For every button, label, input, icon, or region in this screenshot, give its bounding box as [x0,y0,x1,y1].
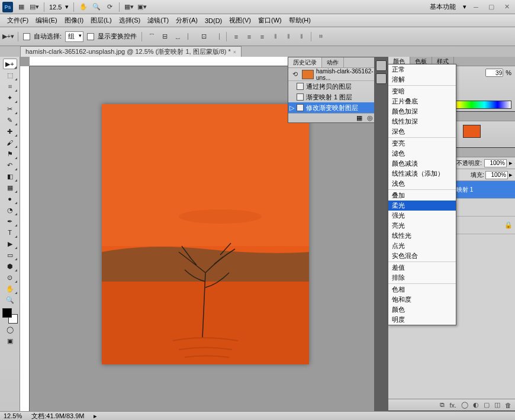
document-tab[interactable]: hamish-clark-365162-unsplash.jpg @ 12.5%… [20,46,242,57]
3d-tool[interactable]: ⬢ [3,261,17,272]
history-tab[interactable]: 历史记录 [288,57,322,67]
crop-tool[interactable]: ✂ [3,104,17,114]
stamp-tool[interactable]: ⚑ [3,148,17,159]
opacity-value-input[interactable] [485,69,503,77]
eyedropper-tool[interactable]: ✎ [3,115,17,125]
swatch-orange[interactable] [463,125,481,138]
blend-mode-option[interactable]: 点光 [388,241,456,251]
layer-mask-icon[interactable]: ◯ [461,401,468,409]
blend-mode-option[interactable]: 线性加深 [388,117,456,127]
blend-mode-option[interactable]: 明度 [388,315,456,325]
shape-tool[interactable]: ▭ [3,250,17,260]
history-item[interactable]: 渐变映射 1 图层 [288,92,374,102]
blend-mode-option[interactable]: 颜色 [388,305,456,315]
align-right-icon[interactable]: ⎹ [212,32,221,41]
lasso-tool[interactable]: ⌗ [3,81,17,92]
blend-mode-option[interactable]: 溶解 [388,75,456,85]
align-top-icon[interactable]: ⎴ [147,32,156,41]
screen-mode-tool-icon[interactable]: ▣ [3,335,17,346]
menu-file[interactable]: 文件(F) [4,14,32,27]
blend-mode-option[interactable]: 饱和度 [388,295,456,305]
menu-edit[interactable]: 编辑(E) [32,14,61,27]
auto-align-icon[interactable]: ⌗ [316,32,326,41]
zoom-icon[interactable]: 🔍 [92,2,101,12]
align-vcenter-icon[interactable]: ⊟ [160,32,169,41]
dist-vcenter-icon[interactable]: ≡ [244,32,254,41]
blend-mode-option[interactable]: 实色混合 [388,251,456,261]
dock-btn-1[interactable] [376,60,387,71]
dist-hcenter-icon[interactable]: ⦀ [284,32,293,41]
fg-bg-color[interactable] [2,308,18,324]
layer-fx-icon[interactable]: fx. [449,402,456,409]
chevron-right-icon[interactable]: ▸ [509,171,513,179]
adjustment-layer-icon[interactable]: ◐ [473,401,479,409]
mini-bridge-icon[interactable]: ▤▾ [30,2,39,12]
eraser-tool[interactable]: ◧ [3,171,17,182]
link-layers-icon[interactable]: ⧉ [440,401,445,409]
dist-right-icon[interactable]: ⦀ [297,32,306,41]
history-brush-tool[interactable]: ↶ [3,160,17,170]
align-left-icon[interactable]: ⎸ [186,32,195,41]
dist-left-icon[interactable]: ⦀ [271,32,280,41]
actions-tab[interactable]: 动作 [322,57,344,67]
new-snapshot-icon[interactable]: ◎ [367,114,373,122]
history-item[interactable]: 通过拷贝的图层 [288,81,374,92]
arrange-icon[interactable]: ▦▾ [124,2,134,12]
delete-layer-icon[interactable]: 🗑 [505,402,511,409]
zoom-tool[interactable]: 🔍 [3,295,17,305]
blend-mode-option[interactable]: 线性光 [388,231,456,241]
new-layer-icon[interactable]: ◫ [494,401,500,409]
blend-mode-option[interactable]: 柔光 [388,201,456,211]
group-icon[interactable]: ▢ [484,401,490,409]
layer-opacity-input[interactable]: 100% [484,159,507,167]
document-canvas[interactable] [102,104,309,364]
pen-tool[interactable]: ✒ [3,216,17,227]
blend-mode-option[interactable]: 强光 [388,211,456,221]
healing-tool[interactable]: ✚ [3,126,17,137]
dist-top-icon[interactable]: ≡ [231,32,241,41]
3d-camera-tool[interactable]: ⊙ [3,272,17,283]
dodge-tool[interactable]: ◔ [3,205,17,215]
blend-mode-option[interactable]: 亮光 [388,221,456,231]
quick-mask-icon[interactable]: ◯ [3,324,17,335]
close-icon[interactable]: ✕ [501,3,513,11]
dock-btn-2[interactable] [376,73,387,84]
status-zoom[interactable]: 12.5% [4,412,22,419]
marquee-tool[interactable]: ⬚ [3,70,17,80]
align-hcenter-icon[interactable]: ⊡ [199,32,208,41]
blend-mode-option[interactable]: 正片叠底 [388,96,456,106]
blend-mode-option[interactable]: 线性减淡（添加） [388,169,456,179]
blend-mode-option[interactable]: 变亮 [388,138,456,148]
blend-mode-option[interactable]: 正常 [388,64,456,75]
menu-image[interactable]: 图像(I) [61,14,87,27]
blend-mode-option[interactable]: 变暗 [388,86,456,96]
status-chevron-icon[interactable]: ▸ [94,412,97,420]
brush-tool[interactable]: 🖌 [3,137,17,148]
chevron-right-icon[interactable]: ▸ [509,159,513,167]
blend-mode-option[interactable]: 滤色 [388,148,456,159]
history-item[interactable]: ▷修改渐变映射图层 [288,102,374,113]
blend-mode-option[interactable]: 颜色加深 [388,106,456,117]
auto-select-checkbox[interactable] [23,33,30,40]
blend-mode-option[interactable]: 深色 [388,127,456,137]
magic-wand-tool[interactable]: ✦ [3,92,17,103]
blend-mode-option[interactable]: 颜色减淡 [388,159,456,169]
menu-filter[interactable]: 滤镜(T) [144,14,172,27]
path-select-tool[interactable]: ▶ [3,238,17,249]
menu-view[interactable]: 视图(V) [226,14,255,27]
fill-opacity-input[interactable]: 100% [485,171,508,179]
auto-select-dropdown[interactable]: 组 [65,31,83,42]
align-bottom-icon[interactable]: ⎵ [173,32,182,41]
move-tool-preset-icon[interactable]: ▶+▾ [4,32,13,41]
menu-select[interactable]: 选择(S) [115,14,144,27]
blend-mode-option[interactable]: 排除 [388,273,456,283]
hand-icon[interactable]: ✋ [79,2,88,12]
blend-mode-option[interactable]: 差值 [388,263,456,273]
close-tab-icon[interactable]: × [233,49,236,55]
menu-layer[interactable]: 图层(L) [87,14,115,27]
blend-mode-option[interactable]: 色相 [388,285,456,295]
menu-window[interactable]: 窗口(W) [255,14,285,27]
menu-help[interactable]: 帮助(H) [285,14,314,27]
menu-analysis[interactable]: 分析(A) [172,14,201,27]
blur-tool[interactable]: ● [3,193,17,204]
